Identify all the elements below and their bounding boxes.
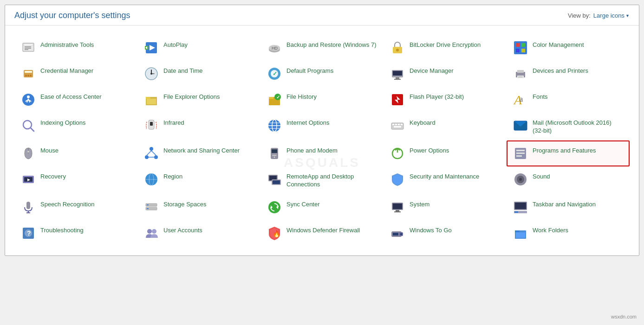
item-user-accounts[interactable]: User Accounts	[137, 220, 260, 246]
svg-rect-123	[514, 211, 518, 213]
item-autoplay[interactable]: AutoPlay	[137, 35, 260, 61]
item-device-manager[interactable]: Device Manager	[384, 61, 507, 87]
svg-text:✓: ✓	[276, 95, 280, 100]
brand-footer: wsxdn.com	[611, 314, 637, 319]
svg-rect-19	[521, 49, 525, 52]
svg-point-28	[150, 73, 152, 75]
speech-recognition-label: Speech Recognition	[40, 200, 94, 209]
control-panel-window: Adjust your computer's settings View by:…	[5, 5, 639, 256]
items-grid: Administrative ToolsAutoPlayHDBackup and…	[5, 25, 639, 255]
item-admin-tools[interactable]: Administrative Tools	[14, 35, 137, 61]
svg-text:?: ?	[27, 229, 31, 237]
file-history-label: File History	[286, 92, 317, 101]
security-maintenance-label: Security and Maintenance	[410, 172, 479, 181]
phone-modem-icon	[267, 146, 282, 161]
indexing-icon	[21, 118, 36, 133]
item-flash-player[interactable]: Flash Player (32-bit)	[384, 87, 507, 113]
svg-point-75	[150, 147, 153, 151]
item-windows-to-go[interactable]: Windows To Go	[384, 220, 507, 246]
power-options-icon	[390, 146, 405, 161]
svg-rect-133	[400, 233, 402, 235]
svg-text:a: a	[520, 95, 523, 103]
svg-rect-82	[272, 149, 277, 153]
item-keyboard[interactable]: Keyboard	[384, 113, 507, 140]
keyboard-label: Keyboard	[410, 118, 436, 127]
item-internet-options[interactable]: Internet Options	[260, 113, 384, 140]
item-troubleshooting[interactable]: ?Troubleshooting	[14, 220, 137, 246]
credential-mgr-icon	[21, 66, 36, 81]
infrared-icon	[144, 118, 159, 133]
svg-rect-106	[26, 202, 30, 209]
mouse-label: Mouse	[40, 146, 59, 155]
work-folders-label: Work Folders	[533, 226, 568, 235]
item-ease-access[interactable]: Ease of Access Center	[14, 87, 137, 113]
sound-icon	[513, 172, 528, 187]
backup-restore-icon: HD	[267, 40, 282, 55]
item-security-maintenance[interactable]: Security and Maintenance	[384, 166, 507, 194]
svg-rect-102	[273, 180, 280, 184]
sync-center-label: Sync Center	[286, 200, 320, 209]
file-explorer-icon	[144, 92, 159, 107]
svg-rect-136	[516, 232, 525, 238]
item-sound[interactable]: Sound	[507, 166, 630, 194]
default-programs-icon: ✓	[267, 66, 282, 81]
item-sync-center[interactable]: Sync Center	[260, 194, 384, 220]
svg-point-128	[152, 229, 156, 234]
item-windows-defender[interactable]: 🔥Windows Defender Firewall	[260, 220, 384, 246]
item-mouse[interactable]: Mouse	[14, 140, 137, 166]
file-history-icon: ✓	[267, 92, 282, 107]
svg-rect-68	[401, 124, 403, 125]
item-color-mgmt[interactable]: Color Management	[507, 35, 630, 61]
svg-rect-18	[516, 49, 520, 52]
svg-rect-135	[515, 230, 520, 232]
flash-player-icon	[390, 92, 405, 107]
item-speech-recognition[interactable]: Speech Recognition	[14, 194, 137, 220]
svg-rect-92	[516, 155, 522, 157]
autoplay-icon	[144, 40, 159, 55]
view-by-dropdown[interactable]: Large icons	[593, 12, 630, 19]
item-work-folders[interactable]: Work Folders	[507, 220, 630, 246]
item-bitlocker[interactable]: BitLocker Drive Encryption	[384, 35, 507, 61]
item-default-programs[interactable]: ✓Default Programs	[260, 61, 384, 87]
storage-spaces-label: Storage Spaces	[163, 200, 207, 209]
item-network-sharing[interactable]: Network and Sharing Center	[137, 140, 260, 166]
system-label: System	[410, 200, 429, 209]
region-icon	[144, 172, 159, 187]
item-date-time[interactable]: Date and Time	[137, 61, 260, 87]
item-infrared[interactable]: Infrared	[137, 113, 260, 140]
item-remoteapp[interactable]: RemoteApp and Desktop Connections	[260, 166, 384, 194]
item-fonts[interactable]: AaFonts	[507, 87, 630, 113]
item-credential-mgr[interactable]: Credential Manager	[14, 61, 137, 87]
user-accounts-label: User Accounts	[163, 226, 202, 235]
device-manager-label: Device Manager	[410, 66, 454, 75]
devices-printers-icon	[513, 66, 528, 81]
bitlocker-label: BitLocker Drive Encryption	[410, 40, 481, 49]
item-phone-modem[interactable]: Phone and Modem	[260, 140, 384, 166]
troubleshooting-icon: ?	[21, 226, 36, 241]
item-system[interactable]: System	[384, 194, 507, 220]
item-backup-restore[interactable]: HDBackup and Restore (Windows 7)	[260, 35, 384, 61]
svg-rect-16	[516, 43, 520, 47]
troubleshooting-label: Troubleshooting	[40, 226, 84, 235]
svg-rect-45	[146, 97, 150, 99]
item-file-explorer[interactable]: File Explorer Options	[137, 87, 260, 113]
power-options-label: Power Options	[410, 146, 449, 155]
windows-to-go-label: Windows To Go	[410, 226, 452, 235]
svg-rect-118	[396, 210, 399, 211]
item-mail-outlook[interactable]: Mail (Microsoft Outlook 2016) (32-bit)	[507, 113, 630, 140]
svg-rect-117	[393, 204, 402, 209]
item-indexing[interactable]: Indexing Options	[14, 113, 137, 140]
devices-printers-label: Devices and Printers	[533, 66, 588, 75]
svg-point-85	[275, 154, 277, 156]
item-devices-printers[interactable]: Devices and Printers	[507, 61, 630, 87]
svg-rect-67	[398, 124, 400, 125]
item-taskbar-nav[interactable]: Taskbar and Navigation	[507, 194, 630, 220]
item-file-history[interactable]: ✓File History	[260, 87, 384, 113]
item-programs-features[interactable]: Programs and Features	[507, 140, 630, 166]
item-power-options[interactable]: Power Options	[384, 140, 507, 166]
item-recovery[interactable]: Recovery	[14, 166, 137, 194]
windows-defender-icon: 🔥	[267, 226, 282, 241]
item-storage-spaces[interactable]: Storage Spaces	[137, 194, 260, 220]
svg-rect-46	[147, 99, 156, 104]
item-region[interactable]: Region	[137, 166, 260, 194]
